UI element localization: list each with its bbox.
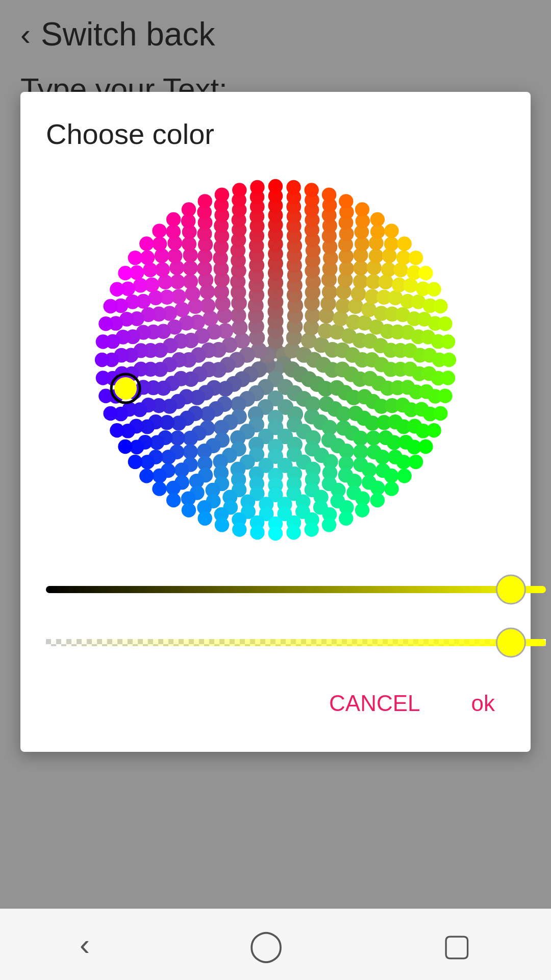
dialog-buttons: CANCEL ok [46, 685, 505, 721]
color-wheel-container[interactable] [46, 171, 505, 549]
dialog-title: Choose color [46, 117, 505, 151]
recents-nav-icon[interactable]: ▢ [442, 927, 471, 963]
alpha-slider[interactable] [46, 627, 546, 658]
back-nav-icon[interactable]: ‹ [80, 927, 90, 962]
brightness-slider[interactable] [46, 574, 546, 605]
color-wheel-canvas[interactable] [87, 171, 464, 549]
cancel-button[interactable]: CANCEL [319, 685, 431, 721]
bottom-nav: ‹ ◯ ▢ [0, 909, 551, 980]
ok-button[interactable]: ok [461, 685, 505, 721]
alpha-slider-container[interactable] [46, 627, 505, 660]
home-nav-icon[interactable]: ◯ [249, 927, 283, 963]
color-sliders [46, 574, 505, 660]
choose-color-dialog: Choose color CANCEL ok [20, 92, 531, 752]
brightness-slider-container[interactable] [46, 574, 505, 607]
